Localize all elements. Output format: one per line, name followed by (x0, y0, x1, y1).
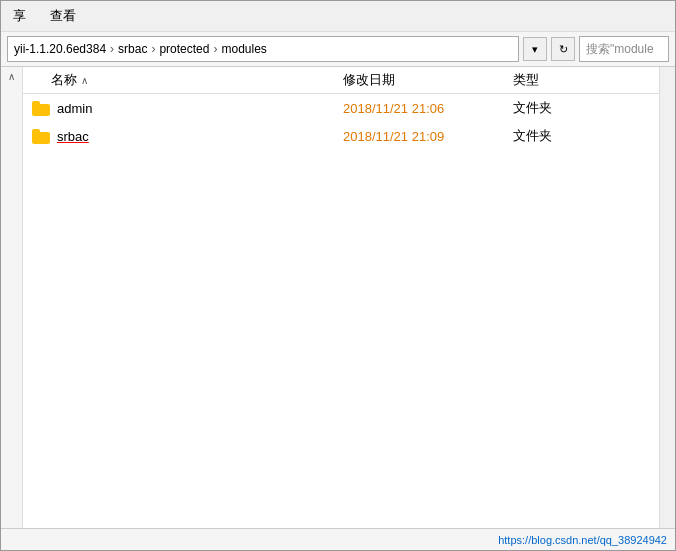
folder-shape-admin (32, 101, 50, 116)
file-date-srbac: 2018/11/21 21:09 (343, 129, 513, 144)
breadcrumb-sep-1: › (110, 42, 114, 56)
menu-item-share[interactable]: 享 (9, 5, 30, 27)
table-row[interactable]: admin 2018/11/21 21:06 文件夹 (23, 94, 659, 122)
table-row[interactable]: srbac 2018/11/21 21:09 文件夹 (23, 122, 659, 150)
explorer-window: 享 查看 yii-1.1.20.6ed384 › srbac › protect… (0, 0, 676, 551)
file-type-admin: 文件夹 (513, 99, 659, 117)
file-list: admin 2018/11/21 21:06 文件夹 srbac 2018/11… (23, 94, 659, 528)
folder-shape-srbac (32, 129, 50, 144)
file-area: 名称 ∧ 修改日期 类型 admin 2018/11/21 21:06 文件夹 (23, 67, 659, 528)
status-link: https://blog.csdn.net/qq_38924942 (498, 534, 667, 546)
dropdown-button[interactable]: ▾ (523, 37, 547, 61)
breadcrumb-area[interactable]: yii-1.1.20.6ed384 › srbac › protected › … (7, 36, 519, 62)
breadcrumb-item-srbac: srbac (118, 42, 147, 56)
menu-bar: 享 查看 (1, 1, 675, 32)
column-headers: 名称 ∧ 修改日期 类型 (23, 67, 659, 94)
file-date-admin: 2018/11/21 21:06 (343, 101, 513, 116)
scroll-up-arrow[interactable]: ∧ (8, 71, 15, 82)
address-bar: yii-1.1.20.6ed384 › srbac › protected › … (1, 32, 675, 67)
breadcrumb-sep-3: › (213, 42, 217, 56)
breadcrumb-sep-2: › (151, 42, 155, 56)
breadcrumb-item-root: yii-1.1.20.6ed384 (14, 42, 106, 56)
file-type-srbac: 文件夹 (513, 127, 659, 145)
col-header-name[interactable]: 名称 ∧ (23, 71, 343, 89)
refresh-button[interactable]: ↻ (551, 37, 575, 61)
file-name-admin: admin (51, 101, 343, 116)
main-content: ∧ 名称 ∧ 修改日期 类型 admin (1, 67, 675, 528)
address-controls: ▾ ↻ (523, 37, 575, 61)
left-panel: ∧ (1, 67, 23, 528)
col-header-type: 类型 (513, 71, 659, 89)
breadcrumb-item-protected: protected (159, 42, 209, 56)
search-box[interactable]: 搜索"module (579, 36, 669, 62)
status-bar: https://blog.csdn.net/qq_38924942 (1, 528, 675, 550)
col-header-date[interactable]: 修改日期 (343, 71, 513, 89)
menu-item-view[interactable]: 查看 (46, 5, 80, 27)
file-name-srbac: srbac (51, 129, 343, 144)
breadcrumb-item-modules: modules (221, 42, 266, 56)
col-name-label: 名称 (51, 71, 77, 89)
folder-icon-srbac (23, 129, 51, 144)
right-scrollbar[interactable] (659, 67, 675, 528)
folder-icon-admin (23, 101, 51, 116)
sort-arrow-icon: ∧ (81, 75, 88, 86)
